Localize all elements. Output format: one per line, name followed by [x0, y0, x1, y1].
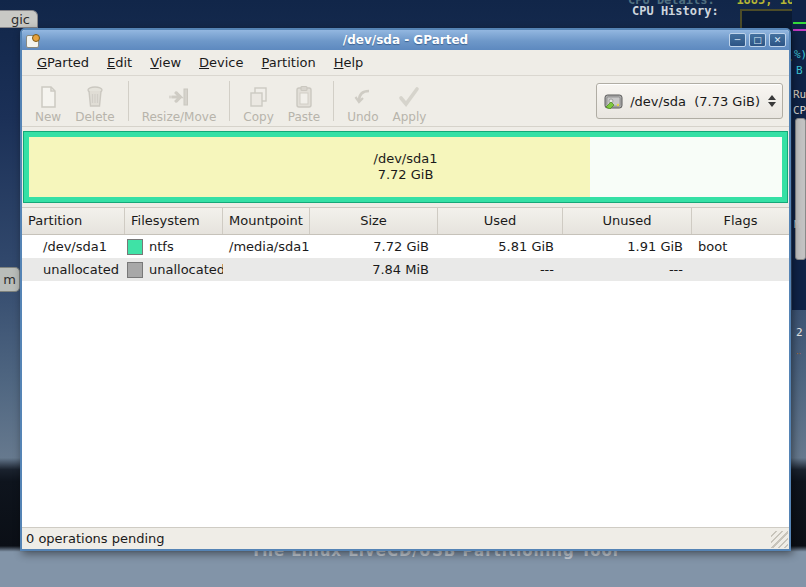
bg-fragment: %) [794, 48, 806, 61]
menu-gparted[interactable]: GParted [28, 52, 98, 73]
toolbar-separator [333, 81, 334, 121]
toolbar: New Delete Resize/Move [22, 76, 789, 127]
undo-arrow-icon [352, 85, 374, 109]
col-header-used[interactable]: Used [438, 208, 563, 234]
cpu-history-label: CPU History: [632, 4, 719, 18]
copy-icon [248, 85, 270, 109]
delete-button[interactable]: Delete [68, 76, 121, 126]
filesystem-color-swatch [127, 239, 143, 255]
minimize-button[interactable]: ─ [729, 33, 746, 47]
bg-fragment: ·· [796, 350, 801, 359]
partition-bar-label: /dev/sda1 7.72 GiB [29, 151, 782, 183]
filesystem-color-swatch [127, 262, 143, 278]
menu-device[interactable]: Device [190, 52, 252, 73]
partition-table: /dev/sda1 ntfs /media/sda1 7.72 GiB 5.81… [22, 235, 789, 527]
table-header: Partition Filesystem Mountpoint Size Use… [22, 208, 789, 235]
menu-help[interactable]: Help [325, 52, 373, 73]
col-header-unused[interactable]: Unused [563, 208, 692, 234]
cpu-trace-green [793, 22, 806, 24]
hard-disk-icon [604, 94, 623, 109]
col-header-mountpoint[interactable]: Mountpoint [223, 208, 310, 234]
partition-visual-area: /dev/sda1 7.72 GiB [22, 127, 789, 208]
bg-fragment: 2 [796, 326, 803, 339]
gparted-window: /dev/sda - GParted ─ □ ✕ GParted Edit Vi… [20, 28, 791, 551]
col-header-partition[interactable]: Partition [22, 208, 125, 234]
bg-fragment: M [794, 218, 801, 231]
copy-button[interactable]: Copy [236, 76, 280, 126]
new-document-icon [37, 85, 59, 109]
combo-spinner-icon[interactable] [768, 95, 776, 107]
menu-view[interactable]: View [141, 52, 190, 73]
apply-check-icon [397, 85, 421, 109]
col-header-flags[interactable]: Flags [692, 208, 789, 234]
device-selector[interactable]: /dev/sda (7.73 GiB) [596, 83, 783, 119]
paste-clipboard-icon [293, 85, 315, 109]
table-row[interactable]: unallocated unallocated 7.84 MiB --- --- [22, 258, 789, 281]
status-text: 0 operations pending [26, 531, 165, 546]
menubar: GParted Edit View Device Partition Help [22, 50, 789, 76]
menu-edit[interactable]: Edit [98, 52, 141, 73]
table-row[interactable]: /dev/sda1 ntfs /media/sda1 7.72 GiB 5.81… [22, 235, 789, 258]
maximize-button[interactable]: □ [749, 33, 766, 47]
toolbar-separator [128, 81, 129, 121]
new-button[interactable]: New [28, 76, 68, 126]
bg-fragment: CP [793, 104, 806, 117]
desktop: CPU Details: 1885, 1806 CPU History: %) … [0, 0, 806, 587]
window-title: /dev/sda - GParted [22, 33, 789, 47]
device-selector-value: /dev/sda (7.73 GiB) [630, 94, 760, 109]
bg-scrollbar-fragment [795, 118, 806, 260]
col-header-filesystem[interactable]: Filesystem [125, 208, 223, 234]
bg-fragment: Ru [793, 88, 806, 101]
resize-move-arrow-icon [166, 85, 192, 109]
menu-partition[interactable]: Partition [253, 52, 325, 73]
toolbar-separator [229, 81, 230, 121]
resize-move-button[interactable]: Resize/Move [135, 76, 224, 126]
titlebar[interactable]: /dev/sda - GParted ─ □ ✕ [22, 30, 789, 50]
resize-grip[interactable] [771, 531, 788, 548]
undo-button[interactable]: Undo [340, 76, 385, 126]
trash-icon [84, 85, 106, 109]
background-tab-m[interactable]: m [0, 267, 20, 292]
close-button[interactable]: ✕ [769, 33, 786, 47]
apply-button[interactable]: Apply [386, 76, 434, 126]
paste-button[interactable]: Paste [281, 76, 327, 126]
background-tab-gic[interactable]: gic [0, 10, 38, 28]
col-header-size[interactable]: Size [310, 208, 438, 234]
partition-bar[interactable]: /dev/sda1 7.72 GiB [24, 132, 787, 202]
bg-fragment: B [796, 64, 803, 77]
status-bar: 0 operations pending [22, 527, 789, 549]
cpu-trace-magenta [793, 29, 806, 31]
